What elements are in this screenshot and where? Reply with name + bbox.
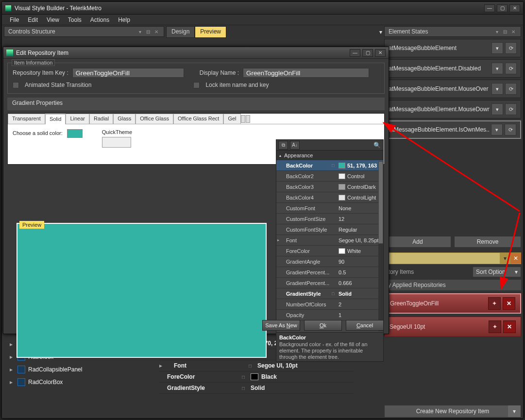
gear-icon[interactable]: ✦ [489,320,501,333]
gradient-tab[interactable]: Radial [89,114,113,124]
panel-close-icon[interactable]: ✕ [153,28,160,35]
create-repo-button[interactable]: Create New Repository Item ▾ [384,405,521,418]
cancel-button[interactable]: Cancel [346,320,384,331]
pg-row[interactable]: ▸FontSegoe UI, 8.25pt [276,235,383,246]
repo-search-input[interactable] [384,253,500,264]
pg-row[interactable]: BackColor4ControlLight [276,192,383,203]
save-as-new-button[interactable]: Save As New [262,320,300,331]
pg-scrollbar-thumb[interactable] [378,161,383,244]
menu-tools[interactable]: Tools [64,16,85,24]
pg-row[interactable]: ForeColorWhite [276,246,383,256]
pg-row[interactable]: BackColor3ControlDark [276,182,383,192]
bg-prop-row[interactable]: GradientStyle□Solid [159,383,354,394]
remove-repo-button[interactable]: ✕ [503,297,515,310]
close-button[interactable]: ✕ [509,4,520,12]
alphabetical-icon[interactable]: A↓ [290,141,300,150]
search-clear-button[interactable]: ✕ [510,253,521,264]
expand-icon[interactable]: ▸ [276,238,281,242]
add-button[interactable]: Add [384,236,451,248]
minimize-button[interactable]: — [484,4,495,12]
remove-repo-button[interactable]: ✕ [503,320,516,333]
repo-card[interactable]: SegoeUI 10pt✦✕ [384,317,521,337]
state-refresh-button[interactable]: ⟳ [505,103,517,115]
scroll-right-icon[interactable]: › [246,115,250,123]
solid-color-swatch[interactable] [67,129,83,138]
state-row[interactable]: atMessageBubbleElement.Disabled▾⟳ [384,59,521,78]
state-refresh-button[interactable]: ⟳ [505,42,517,54]
state-dropdown-button[interactable]: ▾ [491,103,503,115]
animated-checkbox[interactable] [13,82,19,88]
categorized-icon[interactable]: ⧉ [278,141,288,150]
menu-view[interactable]: View [43,16,63,24]
tree-item[interactable]: ▸RadColorBox [4,376,153,388]
tab-design[interactable]: Design [166,26,195,38]
pin-icon[interactable]: ⊟ [145,28,152,35]
gear-icon[interactable]: ✦ [488,297,501,310]
dialog-minimize-button[interactable]: — [350,49,360,57]
pin-icon[interactable]: ⊟ [502,28,508,35]
gradient-tab[interactable]: Office Glass [135,114,173,124]
state-refresh-button[interactable]: ⟳ [505,63,517,74]
chevron-down-icon[interactable]: ▾ [493,28,500,35]
chevron-down-icon[interactable]: ▾ [500,255,510,262]
expand-icon[interactable]: ▸ [10,353,15,360]
state-dropdown-button[interactable]: ▾ [491,83,503,95]
gradient-tab[interactable]: Solid [45,114,66,124]
repo-key-input[interactable] [72,68,184,78]
expand-icon[interactable]: ▸ [10,366,15,373]
gradient-tab[interactable]: Gel [223,114,240,124]
state-refresh-button[interactable]: ⟳ [505,83,517,95]
pg-search[interactable]: 🔍 [302,142,381,149]
pg-category-appearance[interactable]: ▴Appearance [276,151,383,160]
menu-file[interactable]: File [6,16,23,24]
pg-row[interactable]: Opacity1 [276,310,383,320]
tree-item[interactable]: ▸RadCollapsiblePanel [4,363,153,376]
state-row[interactable]: atMessageBubbleElement.MouseDown▾⟳ [384,100,521,118]
pg-row[interactable]: BackColor2Control [276,171,383,182]
state-row[interactable]: atMessageBubbleElement.IsOwnMes...▾⟳ [384,120,521,139]
expand-icon[interactable]: ▸ [159,362,166,369]
gradient-tab[interactable]: Transparent [8,114,45,124]
tab-preview[interactable]: Preview [195,26,226,38]
pg-row[interactable]: CustomFontSize12 [276,214,383,224]
chevron-down-icon[interactable]: ▾ [136,28,143,35]
maximize-button[interactable]: ▢ [497,4,508,12]
chevron-down-icon[interactable]: ▾ [379,29,382,35]
bg-prop-row[interactable]: ForeColor□Black [159,371,354,383]
pg-row[interactable]: BackColor□51, 179, 163 [276,160,383,171]
pg-row[interactable]: GradientAngle90 [276,256,383,267]
panel-close-icon[interactable]: ✕ [510,28,517,35]
lock-checkbox[interactable] [193,82,200,88]
display-name-input[interactable] [243,68,369,78]
state-dropdown-button[interactable]: ▾ [491,42,503,54]
quicktheme-combo[interactable] [102,137,131,148]
menu-help[interactable]: Help [114,16,134,24]
state-refresh-button[interactable]: ⟳ [505,124,516,135]
sort-option-select[interactable]: Sort Option▾ [473,267,521,277]
expand-icon[interactable]: ▸ [10,379,15,386]
search-icon[interactable]: 🔍 [373,142,381,149]
scroll-left-icon[interactable]: ‹ [241,115,245,123]
pg-row[interactable]: GradientPercent...0.5 [276,267,383,278]
menu-edit[interactable]: Edit [24,16,42,24]
menu-actions[interactable]: Actions [86,16,113,24]
pg-row[interactable]: GradientStyle□Solid [276,288,383,299]
gradient-tab[interactable]: Linear [66,114,89,124]
remove-button[interactable]: Remove [454,236,521,248]
bg-prop-row[interactable]: ▸Font□Segoe UI, 10pt [159,360,354,371]
pg-row[interactable]: NumberOfColors2 [276,299,383,310]
pg-row[interactable]: GradientPercent...0.666 [276,278,383,288]
state-row[interactable]: atMessageBubbleElement▾⟳ [384,39,521,57]
pg-row[interactable]: CustomFontStyleRegular [276,224,383,235]
gradient-tab[interactable]: Glass [113,114,135,124]
state-dropdown-button[interactable]: ▾ [491,63,503,74]
pg-row[interactable]: CustomFontNone [276,203,383,214]
state-dropdown-button[interactable]: ▾ [491,124,503,135]
gradient-tab[interactable]: Office Glass Rect [173,114,223,124]
repo-card[interactable]: GreenToggleOnFill✦✕ [384,293,521,314]
dialog-maximize-button[interactable]: ▢ [362,49,373,57]
dialog-close-button[interactable]: ✕ [375,49,386,57]
ok-button[interactable]: Ok [304,320,342,331]
state-row[interactable]: atMessageBubbleElement.MouseOver▾⟳ [384,80,521,98]
expand-icon[interactable]: ▸ [10,341,15,348]
